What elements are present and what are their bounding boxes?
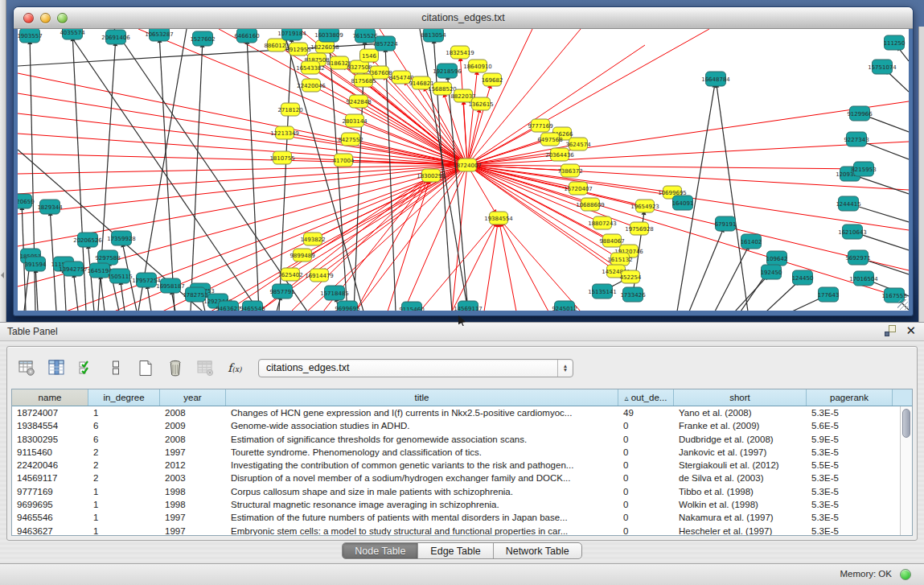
table-row[interactable]: 1456911722003Disruption of a novel membe… <box>12 472 912 484</box>
table-mode-icon[interactable] <box>17 358 36 377</box>
table-row[interactable]: 1938455462009Genome-wide association stu… <box>12 419 912 432</box>
table-cell[interactable]: Estimation of the future numbers of pati… <box>226 511 618 524</box>
table-cell[interactable]: 5.5E-5 <box>807 459 893 472</box>
table-cell[interactable]: 9463627 <box>12 525 88 536</box>
table-row[interactable]: 969969511998Structural magnetic resonanc… <box>12 498 912 511</box>
table-cell[interactable]: 9115460 <box>12 446 88 459</box>
table-cell[interactable]: 1 <box>88 406 160 419</box>
table-cell[interactable]: 5.6E-5 <box>807 419 893 432</box>
table-cell[interactable]: 6 <box>88 433 160 446</box>
table-cell[interactable]: 0 <box>618 459 674 472</box>
table-row[interactable]: 1872400712008Changes of HCN gene express… <box>12 406 912 419</box>
table-cell[interactable]: 18300295 <box>12 433 88 446</box>
table-cell[interactable]: 22420046 <box>12 459 88 472</box>
table-cell[interactable]: 0 <box>618 498 674 511</box>
table-cell[interactable]: 2008 <box>160 433 226 446</box>
table-cell[interactable]: 5.3E-5 <box>807 511 893 524</box>
table-cell[interactable]: 1 <box>88 498 160 511</box>
table-cell[interactable]: Genome-wide association studies in ADHD. <box>226 419 618 432</box>
table-cell[interactable]: Corpus callosum shape and size in male p… <box>226 485 618 498</box>
delete-column-icon[interactable] <box>166 358 185 377</box>
table-cell[interactable]: Wolkin et al. (1998) <box>674 498 807 511</box>
table-cell[interactable]: Changes of HCN gene expression and I(f) … <box>226 406 618 419</box>
table-cell[interactable]: Franke et al. (2009) <box>674 419 807 432</box>
table-cell[interactable]: 9699695 <box>12 498 88 511</box>
table-cell[interactable]: Tourette syndrome. Phenomenology and cla… <box>226 446 618 459</box>
show-columns-icon[interactable] <box>47 358 66 377</box>
table-cell[interactable]: 1997 <box>160 525 226 536</box>
table-cell[interactable]: 18724007 <box>12 406 88 419</box>
table-cell[interactable]: 5.3E-5 <box>807 406 893 419</box>
table-row[interactable]: 946554611997Estimation of the future num… <box>12 511 912 524</box>
table-cell[interactable]: 5.3E-5 <box>807 498 893 511</box>
table-row[interactable]: 977716911998Corpus callosum shape and si… <box>12 485 912 498</box>
network-canvas[interactable]: 1872400788601238912955182260588187508818… <box>18 29 909 311</box>
column-header-in_degree[interactable]: in_degree <box>88 389 160 406</box>
table-cell[interactable]: Disruption of a novel member of a sodium… <box>226 472 618 484</box>
table-cell[interactable]: Structural magnetic resonance image aver… <box>226 498 618 511</box>
table-cell[interactable]: Hescheler et al. (1997) <box>674 525 807 536</box>
table-cell[interactable]: 1998 <box>160 485 226 498</box>
table-cell[interactable]: 0 <box>618 472 674 484</box>
column-header-out_de[interactable]: ▵out_de... <box>618 389 674 406</box>
table-selector-dropdown[interactable]: citations_edges.txt ▲▼ <box>258 359 573 377</box>
table-cell[interactable]: 5.3E-5 <box>807 525 893 536</box>
column-header-title[interactable]: title <box>226 389 618 406</box>
table-cell[interactable]: 5.3E-5 <box>807 446 893 459</box>
table-cell[interactable]: Estimation of significance thresholds fo… <box>226 433 618 446</box>
function-builder-icon[interactable]: f(x) <box>225 358 244 377</box>
close-panel-icon[interactable]: ✕ <box>906 325 916 336</box>
network-window-titlebar[interactable]: citations_edges.txt <box>14 7 913 29</box>
table-cell[interactable]: 9777169 <box>12 485 88 498</box>
table-cell[interactable]: 2 <box>88 472 160 484</box>
table-cell[interactable]: 14569117 <box>12 472 88 484</box>
table-cell[interactable]: 0 <box>618 485 674 498</box>
table-cell[interactable]: 2008 <box>160 406 226 419</box>
table-cell[interactable]: 1 <box>88 525 160 536</box>
select-all-icon[interactable] <box>76 358 96 377</box>
delete-table-icon[interactable] <box>195 358 215 377</box>
float-panel-icon[interactable] <box>885 325 896 336</box>
table-cell[interactable]: 49 <box>618 406 674 419</box>
collapse-arrow-icon[interactable] <box>1 272 4 278</box>
table-panel-header[interactable]: Table Panel ✕ <box>0 323 924 341</box>
vertical-scrollbar[interactable] <box>900 406 912 535</box>
table-cell[interactable]: 2003 <box>160 472 226 484</box>
table-cell[interactable]: 1997 <box>160 511 226 524</box>
table-row[interactable]: 2242004622012Investigating the contribut… <box>12 459 912 472</box>
tab-network-table[interactable]: Network Table <box>494 543 581 558</box>
table-cell[interactable]: 0 <box>618 419 674 432</box>
table-cell[interactable]: 0 <box>618 525 674 536</box>
table-row[interactable]: 946362711997Embryonic stem cells: a mode… <box>12 525 912 536</box>
table-cell[interactable]: 5.3E-5 <box>807 485 893 498</box>
table-cell[interactable]: 5.9E-5 <box>807 433 893 446</box>
column-header-year[interactable]: year <box>160 389 226 406</box>
new-column-icon[interactable] <box>136 358 155 377</box>
table-cell[interactable]: 2012 <box>160 459 226 472</box>
table-cell[interactable]: 2 <box>88 459 160 472</box>
table-cell[interactable]: Nakamura et al. (1997) <box>674 511 807 524</box>
tab-edge-table[interactable]: Edge Table <box>418 543 493 558</box>
table-cell[interactable]: de Silva et al. (2003) <box>674 472 807 484</box>
table-row[interactable]: 1830029562008Estimation of significance … <box>12 433 912 446</box>
table-cell[interactable]: Embryonic stem cells: a model to study s… <box>226 525 618 536</box>
table-row[interactable]: 911546021997Tourette syndrome. Phenomeno… <box>12 446 912 459</box>
table-cell[interactable]: 19384554 <box>12 419 88 432</box>
table-cell[interactable]: Investigating the contribution of common… <box>226 459 618 472</box>
table-cell[interactable]: 0 <box>618 433 674 446</box>
table-cell[interactable]: 2009 <box>160 419 226 432</box>
table-cell[interactable]: 0 <box>618 446 674 459</box>
table-cell[interactable]: 1 <box>88 485 160 498</box>
resize-grip[interactable] <box>897 299 908 310</box>
table-cell[interactable]: Dudbridge et al. (2008) <box>674 433 807 446</box>
table-cell[interactable]: Stergiakouli et al. (2012) <box>674 459 807 472</box>
table-cell[interactable]: 1997 <box>160 446 226 459</box>
table-cell[interactable]: 0 <box>618 511 674 524</box>
table-cell[interactable]: Yano et al. (2008) <box>674 406 807 419</box>
tab-node-table[interactable]: Node Table <box>343 543 418 558</box>
table-cell[interactable]: 6 <box>88 419 160 432</box>
scrollbar-thumb[interactable] <box>902 409 910 438</box>
column-header-short[interactable]: short <box>674 389 807 406</box>
table-cell[interactable]: Tibbo et al. (1998) <box>674 485 807 498</box>
table-cell[interactable]: 9465546 <box>12 511 88 524</box>
